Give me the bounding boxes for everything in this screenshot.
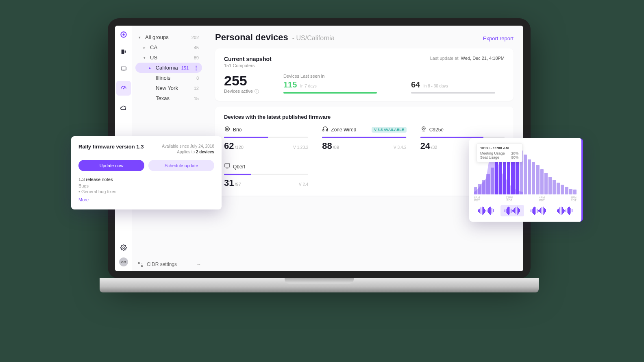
group-count: 89 xyxy=(194,55,199,60)
group-row-ca[interactable]: ▸ CA 45 xyxy=(135,42,202,52)
monitor-icon xyxy=(224,163,231,170)
cidr-settings-link[interactable]: CIDR settings → xyxy=(138,262,201,267)
device-version: V 2.4 xyxy=(299,182,308,187)
svg-line-7 xyxy=(124,87,125,89)
chart-bar xyxy=(491,168,494,194)
last-seen-label: Devices Last seen in xyxy=(283,74,377,79)
chevron-right-icon: ▸ xyxy=(144,46,147,50)
seen-30-period: in 8 - 30 days xyxy=(424,84,448,88)
firmware-progress-bar xyxy=(322,137,406,138)
axis-tick: 8AMPDT xyxy=(474,196,480,202)
group-row-california[interactable]: ▸ California 151 ⋮ xyxy=(135,63,202,73)
axis-tick: 8PMPDT xyxy=(571,196,577,202)
firmware-device-item[interactable]: Brio62/120V 1.23.2 xyxy=(224,126,308,151)
release-notes-title: 1.3 release notes xyxy=(78,177,214,182)
group-count: 202 xyxy=(191,35,199,40)
last-update: Last update at Wed, Dec 21, 4:18PM xyxy=(430,56,505,61)
more-link[interactable]: More xyxy=(78,197,214,202)
export-report-link[interactable]: Export report xyxy=(483,35,513,41)
chart-bar xyxy=(548,177,552,194)
chart-bar xyxy=(536,165,539,194)
chart-bar xyxy=(528,159,531,194)
update-now-button[interactable]: Update now xyxy=(78,160,144,171)
firmware-card: Devices with the latest published firmwa… xyxy=(215,107,513,196)
chart-bar xyxy=(561,185,564,194)
arrow-right-icon: → xyxy=(196,262,201,267)
chart-bar xyxy=(553,180,556,194)
device-name: Brio xyxy=(233,127,242,133)
device-total: /32 xyxy=(431,145,437,150)
headset-icon xyxy=(322,126,329,133)
group-row-all[interactable]: ▾ All groups 202 xyxy=(135,32,202,42)
svg-point-16 xyxy=(423,128,424,129)
device-current: 88 xyxy=(322,141,332,151)
user-avatar[interactable]: AB xyxy=(119,257,128,266)
chart-thumb-3[interactable] xyxy=(527,205,550,216)
group-count: 12 xyxy=(194,86,199,91)
svg-rect-14 xyxy=(327,129,328,131)
device-version: V 3.4.2 xyxy=(394,145,407,150)
info-icon[interactable]: i xyxy=(255,89,259,94)
firmware-progress-bar xyxy=(224,174,308,175)
group-label: US xyxy=(150,55,157,61)
chart-thumb-4[interactable] xyxy=(553,205,577,216)
svg-rect-3 xyxy=(125,50,126,52)
group-row-illinois[interactable]: Illinois 8 xyxy=(135,73,202,83)
schedule-update-button[interactable]: Schedule update xyxy=(148,160,214,171)
device-total: /97 xyxy=(235,182,241,187)
firmware-device-item[interactable]: Zone WiredV 3.5 AVAILABLE88/89V 3.4.2 xyxy=(322,126,406,151)
chevron-right-icon: ▸ xyxy=(149,66,152,70)
dashboard-icon[interactable] xyxy=(116,81,131,96)
device-name: Qbert xyxy=(233,164,245,170)
group-row-us[interactable]: ▾ US 89 xyxy=(135,52,202,63)
devices-active-count: 255 xyxy=(224,73,259,89)
seen-30-count: 64 xyxy=(411,80,420,89)
chart-bar xyxy=(557,183,560,194)
group-count: 151 xyxy=(181,65,189,70)
chart-bar xyxy=(532,162,535,194)
group-row-texas[interactable]: Texas 15 xyxy=(135,93,202,103)
device-total: /120 xyxy=(235,145,243,150)
chart-axis: 8AMPDT12PMPDT4PMPDT8PMPDT xyxy=(474,196,577,202)
network-icon xyxy=(138,262,144,267)
seen-7-period: in 7 days xyxy=(300,84,317,88)
brand-logo-icon[interactable] xyxy=(119,30,128,39)
group-row-newyork[interactable]: New York 12 xyxy=(135,83,202,93)
kebab-menu-icon[interactable]: ⋮ xyxy=(194,65,199,71)
group-count: 45 xyxy=(194,45,199,50)
usage-chart-popup: 10:30 - 11:00 AM Meeting Usage28% Seat U… xyxy=(469,138,583,222)
cloud-icon[interactable] xyxy=(119,103,128,113)
svg-rect-2 xyxy=(122,50,124,54)
firmware-section-title: Devices with the latest published firmwa… xyxy=(224,114,505,120)
group-label: CA xyxy=(150,44,157,50)
svg-rect-13 xyxy=(323,129,324,131)
seen-7-count: 115 xyxy=(283,80,297,89)
breadcrumb: - US/California xyxy=(292,35,335,42)
chevron-down-icon: ▾ xyxy=(139,35,142,39)
popup-meta: Available since July 24, 2018 Applies to… xyxy=(162,144,214,155)
chart-bar xyxy=(540,169,544,194)
device-current: 31 xyxy=(224,178,234,188)
settings-gear-icon[interactable] xyxy=(119,243,128,253)
device-list-icon[interactable] xyxy=(119,47,128,57)
snapshot-title: Current snapshot xyxy=(224,56,272,62)
group-count: 8 xyxy=(196,76,199,81)
svg-rect-9 xyxy=(139,262,140,264)
chart-bar xyxy=(524,155,527,194)
group-label: California xyxy=(156,65,178,71)
chevron-down-icon: ▾ xyxy=(144,56,147,60)
device-total: /89 xyxy=(333,145,339,150)
firmware-device-item[interactable]: Qbert31/97V 2.4 xyxy=(224,163,308,188)
chart-thumb-1[interactable] xyxy=(474,205,498,216)
chart-tooltip: 10:30 - 11:00 AM Meeting Usage28% Seat U… xyxy=(476,143,522,162)
chart-thumb-2[interactable] xyxy=(500,205,524,216)
chart-bar xyxy=(478,184,481,194)
rooms-icon[interactable] xyxy=(119,64,128,74)
device-name: Zone Wired xyxy=(331,127,356,133)
svg-point-12 xyxy=(225,127,230,131)
group-label: Illinois xyxy=(156,75,170,81)
camera-icon xyxy=(224,126,231,133)
chart-bar xyxy=(565,187,568,194)
firmware-update-popup: Rally firmware version 1.3 Available sin… xyxy=(71,136,222,209)
firmware-progress-bar xyxy=(224,137,308,138)
